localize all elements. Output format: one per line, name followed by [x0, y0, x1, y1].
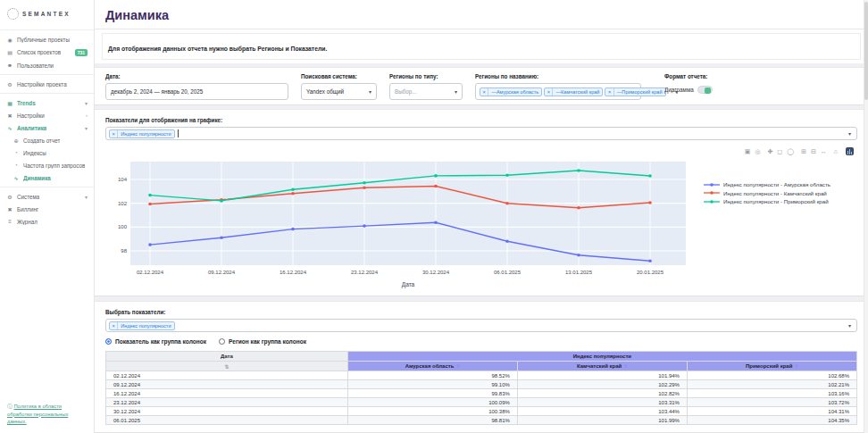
- sidebar-item-project-list[interactable]: ▤Список проектов731: [0, 46, 94, 59]
- table-metrics-select[interactable]: × Индекс популярности ▾: [105, 319, 857, 332]
- plotly-logo-icon[interactable]: [846, 147, 854, 155]
- chart-metrics-label: Показатели для отображения на графике:: [105, 117, 857, 123]
- column-header-Амурская область[interactable]: Амурская область⇅: [347, 362, 517, 371]
- svg-text:102: 102: [118, 201, 128, 206]
- table-row: 09.12.202499.10%102.29%102.21%: [106, 380, 857, 389]
- sidebar-item-label: Публичные проекты: [17, 37, 70, 43]
- remove-chip-icon[interactable]: ×: [480, 88, 488, 96]
- region-chip[interactable]: ×—Амурская область: [480, 87, 542, 96]
- pan-icon[interactable]: ✚: [767, 148, 772, 154]
- page-scrollbar[interactable]: [864, 0, 868, 433]
- table-group-header-row: Дата Индекс популярности: [106, 352, 857, 362]
- value-cell: 103.44%: [517, 407, 687, 416]
- lasso-select-icon[interactable]: ◯: [787, 148, 794, 154]
- sidebar-item-dynamics[interactable]: ∿Динамика: [0, 171, 94, 184]
- metric-group-header: Индекс популярности: [347, 352, 856, 362]
- sidebar-item-label: Система: [17, 194, 39, 200]
- sidebar-item-analytics[interactable]: ∿Аналитика▾: [0, 121, 94, 134]
- chart-icon: ∿: [13, 175, 20, 181]
- sort-icon[interactable]: ⇅: [794, 363, 798, 369]
- table-column-header-row: ⇅ Амурская область⇅Камчатский край⇅Примо…: [106, 362, 857, 371]
- sidebar-item-create-report[interactable]: ⊕Создать отчет: [0, 134, 94, 146]
- region-type-select[interactable]: Выбор... ▾: [389, 83, 463, 100]
- sidebar-item-query-group-frequency[interactable]: ◔Частота групп запросов: [0, 159, 94, 171]
- box-select-icon[interactable]: ◻: [777, 148, 782, 154]
- diagram-toggle-label: Диаграмма: [664, 87, 694, 93]
- remove-chip-icon[interactable]: ×: [545, 88, 553, 96]
- gears-icon: ⚙: [6, 194, 13, 200]
- sidebar-item-project-settings[interactable]: ⚙Настройки проекта: [0, 78, 94, 90]
- sidebar-item-trends[interactable]: ▦Trends▾: [0, 96, 94, 109]
- radio-unselected-icon: [219, 338, 225, 345]
- date-cell: 23.12.2024: [106, 398, 348, 407]
- search-engine-group: Поисковая система: Yandex общий ▾: [301, 73, 377, 100]
- remove-chip-icon[interactable]: ×: [110, 322, 118, 329]
- chart-metrics-select[interactable]: × Индекс популярности ▾: [105, 127, 857, 140]
- journal-icon: ≡: [6, 219, 13, 224]
- svg-text:13.01.2025: 13.01.2025: [565, 270, 593, 275]
- radio-metric-as-columns[interactable]: Показатель как группа колонок: [105, 338, 206, 345]
- legend-item[interactable]: Индекс популярности - Амурская область: [704, 181, 830, 187]
- brand-logo[interactable]: SEMANTEX: [0, 0, 94, 27]
- chevron-left-icon: ‹: [86, 112, 88, 118]
- legend-item[interactable]: Индекс популярности - Приморский край: [704, 198, 830, 204]
- value-cell: 102.82%: [517, 389, 687, 398]
- sidebar-item-label: Создать отчет: [23, 137, 60, 144]
- brand-name: SEMANTEX: [22, 11, 71, 17]
- chevron-down-icon: ▾: [369, 88, 371, 95]
- sidebar-item-label: Настройки проекта: [17, 81, 67, 87]
- privacy-policy-link[interactable]: ⓘ Политика в области обработки персональ…: [0, 397, 94, 433]
- date-range-input[interactable]: декабрь 2, 2024 — январь 20, 2025: [105, 83, 288, 100]
- plus-icon: ⊕: [13, 137, 20, 144]
- date-cell: 16.12.2024: [106, 389, 348, 398]
- region-name-multiselect[interactable]: ×—Амурская область×—Камчатский край×—При…: [475, 83, 641, 100]
- camera-icon[interactable]: ▣: [745, 148, 751, 154]
- text-cursor: [178, 129, 179, 137]
- pie-icon: ◔: [13, 162, 20, 168]
- svg-text:20.01.2025: 20.01.2025: [637, 270, 664, 275]
- value-cell: 102.68%: [687, 371, 856, 380]
- diagram-toggle[interactable]: [697, 86, 713, 94]
- sidebar-item-settings[interactable]: ✖Настройки‹: [0, 109, 94, 121]
- sidebar-item-indexes[interactable]: ◔Индексы: [0, 146, 94, 159]
- remove-chip-icon[interactable]: ×: [605, 88, 613, 96]
- radio-region-as-columns[interactable]: Регион как группа колонок: [219, 338, 306, 345]
- sort-icon[interactable]: ⇅: [623, 363, 628, 369]
- sidebar-item-journal[interactable]: ≡Журнал: [0, 215, 94, 228]
- search-engine-select[interactable]: Yandex общий ▾: [301, 83, 377, 100]
- sidebar-item-label: Аналитика: [17, 125, 46, 131]
- table-row: 16.12.202499.83%102.82%103.16%: [106, 389, 857, 398]
- date-cell: 02.12.2024: [106, 371, 348, 380]
- column-header-Камчатский край[interactable]: Камчатский край⇅: [517, 362, 687, 371]
- autoscale-icon[interactable]: ↔: [821, 148, 827, 154]
- region-type-label: Регионы по типу:: [389, 73, 463, 79]
- date-sort-button[interactable]: ⇅: [106, 362, 348, 371]
- chevron-down-icon: ▾: [848, 322, 851, 329]
- region-chip[interactable]: ×—Приморский край: [605, 87, 665, 96]
- column-header-Приморский край[interactable]: Приморский край⇅: [687, 362, 856, 371]
- notice-text: Для отображения данных отчета нужно выбр…: [108, 46, 327, 52]
- zoom-out-icon[interactable]: ⊟: [811, 148, 816, 154]
- sidebar-item-system[interactable]: ⚙Система▾: [0, 190, 94, 203]
- region-chip[interactable]: ×—Камчатский край: [544, 87, 603, 96]
- page-title: Динамика: [105, 8, 169, 22]
- sidebar-item-label: Биллинг: [17, 206, 38, 212]
- chevron-down-icon: ▾: [848, 130, 851, 137]
- value-cell: 100.09%: [347, 398, 517, 407]
- divider: [0, 74, 94, 75]
- select-metrics-label: Выбрать показатели:: [105, 309, 857, 315]
- value-cell: 99.10%: [347, 380, 517, 389]
- zoom-icon[interactable]: ◎: [755, 148, 760, 154]
- table-row: 02.12.202498.52%101.94%102.68%: [106, 371, 857, 380]
- remove-chip-icon[interactable]: ×: [110, 130, 118, 137]
- region-name-label: Регионы по названию:: [475, 73, 641, 79]
- sidebar-item-billing[interactable]: ✖Биллинг: [0, 203, 94, 215]
- legend-item[interactable]: Индекс популярности - Камчатский край: [704, 190, 830, 196]
- reset-axes-icon[interactable]: ⌂: [834, 148, 838, 154]
- scrollbar-thumb[interactable]: [864, 2, 868, 100]
- sidebar-item-users[interactable]: ☻Пользователи: [0, 59, 94, 71]
- sidebar-item-public-projects[interactable]: ◉Публичные проекты: [0, 33, 94, 46]
- line-chart[interactable]: 02.12.202409.12.202416.12.202423.12.2024…: [105, 158, 695, 292]
- sort-icon[interactable]: ⇅: [455, 363, 460, 369]
- zoom-in-icon[interactable]: ⊞: [801, 148, 806, 154]
